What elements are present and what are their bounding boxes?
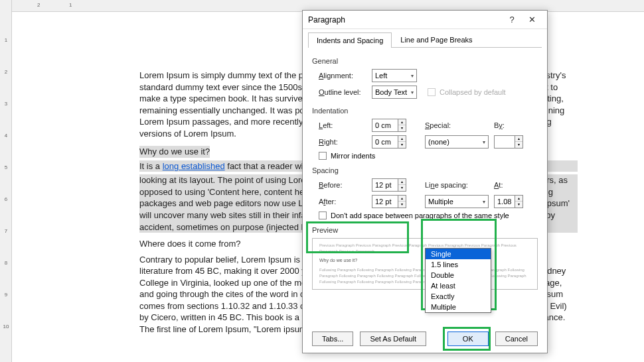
outline-select[interactable]: Body Text▾ (372, 86, 417, 99)
section-preview: Preview (312, 226, 538, 234)
collapsed-label: Collapsed by default (440, 88, 506, 96)
line-spacing-label: Line spacing: (425, 181, 477, 189)
at-input[interactable]: 1.08▴▾ (494, 195, 523, 208)
ok-button[interactable]: OK (447, 332, 489, 346)
dropdown-option[interactable]: Single (426, 249, 491, 259)
tabs-button[interactable]: Tabs... (312, 332, 353, 346)
special-select[interactable]: (none)▾ (425, 135, 489, 149)
before-input[interactable]: 12 pt▴▾ (372, 178, 406, 192)
line-spacing-select[interactable]: Multiple▾ (425, 195, 489, 208)
section-indentation: Indentation (312, 107, 538, 115)
right-indent-input[interactable]: 0 cm▴▾ (372, 135, 406, 149)
help-button[interactable]: ? (502, 15, 522, 25)
set-default-button[interactable]: Set As Default (360, 332, 426, 346)
dropdown-option[interactable]: 1.5 lines (426, 259, 491, 270)
line-spacing-dropdown[interactable]: Single 1.5 lines Double At least Exactly… (425, 248, 491, 313)
dropdown-option[interactable]: Double (426, 270, 491, 280)
after-input[interactable]: 12 pt▴▾ (372, 195, 406, 208)
section-spacing: Spacing (312, 166, 538, 174)
left-indent-label: Left: (319, 121, 372, 129)
mirror-label: Mirror indents (331, 152, 375, 160)
left-indent-input[interactable]: 0 cm▴▾ (372, 119, 406, 132)
dont-add-space-checkbox[interactable] (319, 211, 327, 219)
vertical-ruler: 12345678910 (0, 0, 12, 362)
alignment-select[interactable]: Left▾ (372, 69, 417, 82)
paragraph-dialog: Paragraph ? ✕ Indents and Spacing Line a… (302, 10, 548, 353)
dialog-title: Paragraph (308, 15, 502, 25)
alignment-label: Alignment: (319, 72, 372, 80)
dropdown-option[interactable]: At least (426, 280, 491, 291)
after-label: After: (319, 198, 372, 206)
dont-add-space-label: Don't add space between paragraphs of th… (331, 211, 509, 219)
before-label: Before: (319, 181, 372, 189)
cancel-button[interactable]: Cancel (495, 332, 538, 346)
section-general: General (312, 57, 538, 65)
collapsed-checkbox (428, 88, 436, 96)
heading-selected[interactable]: Why do we use it? (139, 146, 210, 158)
by-label: By: (494, 121, 510, 129)
special-label: Special: (425, 121, 465, 129)
dropdown-option[interactable]: Exactly (426, 291, 491, 302)
by-input[interactable]: ▴▾ (494, 135, 523, 149)
right-indent-label: Right: (319, 138, 372, 146)
close-button[interactable]: ✕ (522, 15, 542, 25)
dropdown-option[interactable]: Multiple (426, 302, 491, 312)
mirror-checkbox[interactable] (319, 152, 327, 160)
at-label: At: (494, 181, 510, 189)
outline-label: Outline level: (319, 88, 372, 96)
hyperlink[interactable]: long established (163, 161, 225, 171)
tab-indents-spacing[interactable]: Indents and Spacing (308, 32, 392, 48)
tab-line-page-breaks[interactable]: Line and Page Breaks (392, 32, 481, 47)
